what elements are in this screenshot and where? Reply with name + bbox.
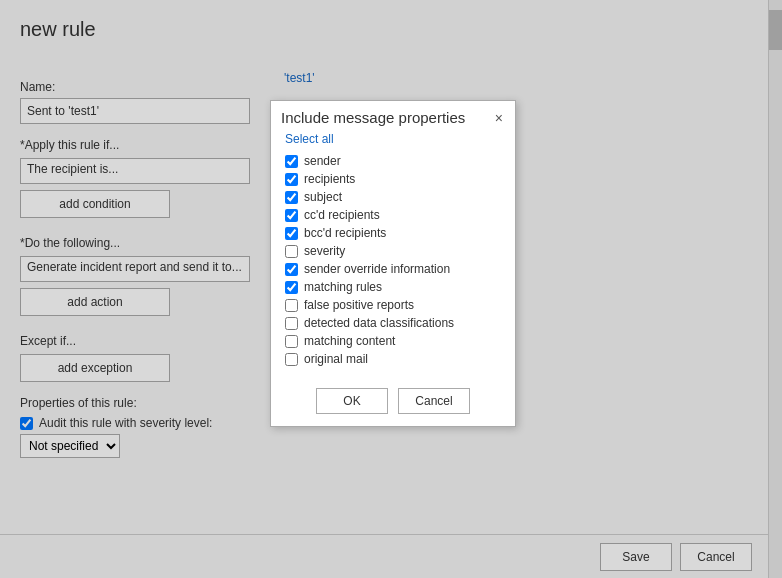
list-item: detected data classifications — [285, 316, 501, 330]
checkbox-list: sender recipients subject cc'd recipient… — [285, 154, 501, 366]
list-item: matching content — [285, 334, 501, 348]
matching-rules-label: matching rules — [304, 280, 382, 294]
bccd-recipients-label: bcc'd recipients — [304, 226, 386, 240]
matching-rules-checkbox[interactable] — [285, 281, 298, 294]
modal-title-bar: Include message properties × — [271, 101, 515, 126]
ccd-recipients-checkbox[interactable] — [285, 209, 298, 222]
matching-content-checkbox[interactable] — [285, 335, 298, 348]
bccd-recipients-checkbox[interactable] — [285, 227, 298, 240]
select-all-link[interactable]: Select all — [285, 132, 501, 146]
sender-label: sender — [304, 154, 341, 168]
list-item: matching rules — [285, 280, 501, 294]
recipients-checkbox[interactable] — [285, 173, 298, 186]
modal-close-button[interactable]: × — [493, 110, 505, 126]
ccd-recipients-label: cc'd recipients — [304, 208, 380, 222]
sender-checkbox[interactable] — [285, 155, 298, 168]
list-item: original mail — [285, 352, 501, 366]
sender-override-label: sender override information — [304, 262, 450, 276]
matching-content-label: matching content — [304, 334, 395, 348]
include-message-properties-modal: Include message properties × Select all … — [270, 100, 516, 427]
modal-ok-button[interactable]: OK — [316, 388, 388, 414]
list-item: recipients — [285, 172, 501, 186]
list-item: sender — [285, 154, 501, 168]
severity-checkbox[interactable] — [285, 245, 298, 258]
list-item: false positive reports — [285, 298, 501, 312]
main-window: new rule Name: *Apply this rule if... Th… — [0, 0, 782, 578]
sender-override-checkbox[interactable] — [285, 263, 298, 276]
original-mail-checkbox[interactable] — [285, 353, 298, 366]
original-mail-label: original mail — [304, 352, 368, 366]
detected-data-checkbox[interactable] — [285, 317, 298, 330]
modal-body: Select all sender recipients subject cc'… — [271, 126, 515, 380]
false-positive-label: false positive reports — [304, 298, 414, 312]
recipients-label: recipients — [304, 172, 355, 186]
list-item: bcc'd recipients — [285, 226, 501, 240]
detected-data-label: detected data classifications — [304, 316, 454, 330]
modal-cancel-button[interactable]: Cancel — [398, 388, 470, 414]
list-item: severity — [285, 244, 501, 258]
subject-label: subject — [304, 190, 342, 204]
list-item: sender override information — [285, 262, 501, 276]
modal-title: Include message properties — [281, 109, 465, 126]
modal-footer: OK Cancel — [271, 380, 515, 426]
list-item: subject — [285, 190, 501, 204]
severity-label: severity — [304, 244, 345, 258]
false-positive-checkbox[interactable] — [285, 299, 298, 312]
list-item: cc'd recipients — [285, 208, 501, 222]
subject-checkbox[interactable] — [285, 191, 298, 204]
